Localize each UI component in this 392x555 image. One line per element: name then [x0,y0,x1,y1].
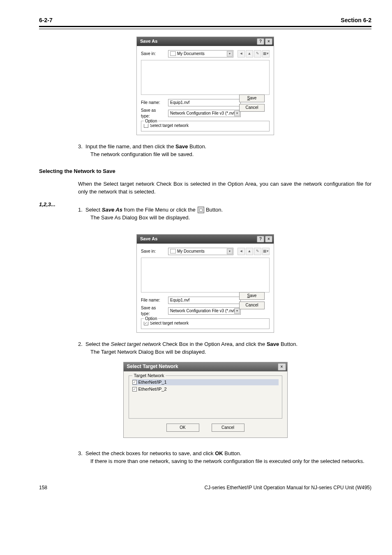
filename-label: File name: [141,100,166,106]
help-icon[interactable]: ? [257,38,264,45]
s3bold: OK [215,450,223,456]
up-folder-icon[interactable]: ▲ [246,248,253,255]
step1: 1. Select Save As from the File Menu or … [78,206,371,222]
item1-label: EtherNet/IP_1 [138,379,167,385]
titlebar: Save As ? × [137,37,274,46]
savein-combo[interactable]: My Documents ▾ [168,50,233,58]
save-as-dialog-1: Save As ? × Save in: My Documents ▾ ◄ ▲ … [136,37,274,135]
network-item-1[interactable]: ✓ EtherNet/IP_1 [132,379,279,385]
step-prefix: 1,2,3... [39,201,78,227]
s1b: Save As [102,207,122,213]
body-para-1: 3. Input the file name, and then click t… [78,143,371,159]
save-button[interactable]: Save [239,292,265,300]
help-icon[interactable]: ? [257,236,264,242]
p1b: Button. [188,143,206,150]
s3c: If there is more than one network, savin… [90,458,364,464]
select-target-checkbox[interactable] [144,123,148,128]
dialog-body: Save in: My Documents ▾ ◄ ▲ ✎ ▦▾ File na… [137,46,274,135]
savein-label: Save in: [141,51,166,57]
item2-label: EtherNet/IP_2 [138,386,167,392]
saveastype-value: Network Configuration File v3 (*.nvf) [170,308,236,314]
cancel-button[interactable]: Cancel [239,104,265,112]
savein-label: Save in: [141,249,166,254]
chevron-down-icon[interactable]: ▾ [227,249,233,254]
new-folder-icon[interactable]: ✎ [254,248,261,255]
titlebar: Save As ? × [137,235,274,244]
saveastype-combo[interactable]: Network Configuration File v3 (*.nvf) ▾ [168,307,241,315]
network-item-2[interactable]: ✓ EtherNet/IP_2 [132,386,279,392]
back-icon[interactable]: ◄ [238,50,245,58]
titlebar: Select Target Network × [124,362,287,371]
s2a: Select the [85,341,111,347]
saveastype-label: Save as type: [141,305,166,317]
close-icon[interactable]: × [265,38,272,45]
dialog-title: Save As [140,38,157,44]
s2bold: Save [267,341,279,347]
file-list-area[interactable] [141,60,270,95]
s2d: Button. [279,341,297,347]
save-label: ave [250,95,256,101]
body-para-2: When the Select target network Check Box… [78,180,371,196]
option-legend: Option [144,118,158,124]
step2-num: 2. [78,341,83,347]
view-menu-icon[interactable]: ▦▾ [262,50,270,58]
s1a: Select [85,207,102,213]
cancel-button[interactable]: Cancel [239,302,265,309]
s1d: Button. [204,207,223,213]
filename-label: File name: [141,297,166,303]
savein-combo[interactable]: My Documents ▾ [168,248,233,255]
p1bold: Save [175,143,188,150]
doc-title: CJ-series EtherNet/IP Unit Operation Man… [204,484,371,491]
s3a: Select the check boxes for networks to s… [85,450,215,456]
step1-num: 1. [78,207,83,213]
subhead-selecting-network: Selecting the Network to Save [39,168,371,175]
s1c: from the File Menu or click the [122,207,197,213]
filename-input[interactable]: Equip1.nvf [168,297,241,304]
chevron-down-icon[interactable]: ▾ [227,51,233,57]
checkbox-checked[interactable]: ✓ [132,387,137,391]
s2b: Select target network [111,341,161,347]
save-as-dialog-2: Save As ? × Save in: My Documents ▾ ◄ ▲ … [136,234,274,333]
saveastype-value: Network Configuration File v3 (*.nvf) [170,111,236,116]
cancel-button[interactable]: Cancel [212,424,244,432]
save-icon [198,207,204,213]
section-num: 6-2-7 [39,16,53,25]
checkbox-checked[interactable]: ✓ [132,380,137,385]
select-target-network-dialog: Select Target Network × Target Network ✓… [123,362,288,438]
back-icon[interactable]: ◄ [238,248,245,255]
page-header: 6-2-7 Section 6-2 [39,16,371,29]
save-label: ave [250,293,256,299]
filename-input[interactable]: Equip1.nvf [168,99,241,106]
option-fieldset: Option Select target network [141,121,270,131]
s2e: The Target Network Dialog Box will be di… [90,349,206,355]
folder-icon [170,51,176,56]
select-target-checkbox-checked[interactable]: ✓ [144,321,148,325]
step3-num: 3. [78,450,83,456]
saveastype-label: Save as type: [141,108,166,119]
filename-value: Equip1.nvf [170,297,189,303]
step3: 3. Select the check boxes for networks t… [78,449,371,465]
saveastype-combo[interactable]: Network Configuration File v3 (*.nvf) ▾ [168,110,241,117]
new-folder-icon[interactable]: ✎ [254,50,261,58]
filename-value: Equip1.nvf [170,100,189,106]
file-list-area[interactable] [141,258,270,292]
save-button[interactable]: Save [239,94,265,102]
dialog-body: Save in: My Documents ▾ ◄ ▲ ✎ ▦▾ File na… [137,244,274,332]
chapter: Section 6-2 [341,16,371,25]
option-fieldset: Option ✓ Select target network [141,318,270,329]
close-icon[interactable]: × [265,236,272,242]
close-icon[interactable]: × [278,363,286,371]
s1e: The Save As Dialog Box will be displayed… [90,214,190,221]
up-folder-icon[interactable]: ▲ [246,50,253,58]
savein-value: My Documents [177,51,205,57]
s2c: Check Box in the Option Area, and click … [161,341,265,347]
savein-value: My Documents [177,249,205,254]
step2: 2. Select the Select target network Chec… [78,340,371,356]
view-menu-icon[interactable]: ▦▾ [262,248,270,255]
p1a: Input the file name, and then click the [85,143,175,150]
ok-button[interactable]: OK [166,424,199,432]
dialog-title: Save As [140,236,157,242]
dialog-title: Select Target Network [127,363,178,370]
p1c: The network configuration file will be s… [90,151,194,157]
s3b: Button. [223,450,242,456]
